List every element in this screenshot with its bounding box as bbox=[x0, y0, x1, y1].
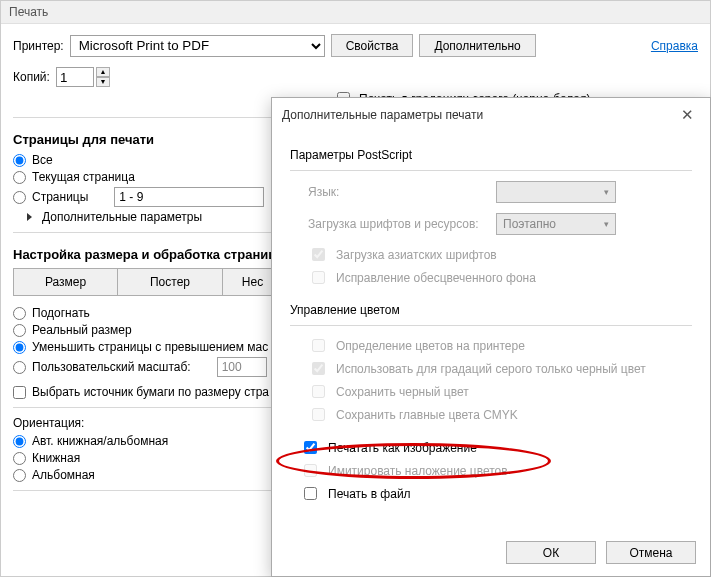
radio-orient-landscape[interactable] bbox=[13, 469, 26, 482]
fonts-value: Поэтапно bbox=[503, 217, 556, 231]
fix-bg-row: Исправление обесцвеченного фона bbox=[308, 268, 692, 287]
printer-label: Принтер: bbox=[13, 39, 64, 53]
radio-current[interactable] bbox=[13, 171, 26, 184]
printer-select[interactable]: Microsoft Print to PDF bbox=[70, 35, 325, 57]
preserve-cmyk-checkbox bbox=[312, 408, 325, 421]
gray-black-checkbox bbox=[312, 362, 325, 375]
copies-spinner[interactable]: ▲ ▼ bbox=[56, 67, 110, 87]
advanced-print-dialog: Дополнительные параметры печати ✕ Параме… bbox=[271, 97, 711, 577]
ps-group-title: Параметры PostScript bbox=[290, 148, 692, 162]
print-to-file-label: Печать в файл bbox=[328, 487, 411, 501]
orient-portrait-label: Книжная bbox=[32, 451, 80, 465]
custom-label: Пользовательский масштаб: bbox=[32, 360, 191, 374]
paper-source-label: Выбрать источник бумаги по размеру стра bbox=[32, 385, 269, 399]
spinner-down-icon[interactable]: ▼ bbox=[96, 77, 110, 87]
radio-all-label: Все bbox=[32, 153, 53, 167]
color-group-title: Управление цветом bbox=[290, 303, 692, 317]
divider bbox=[290, 325, 692, 326]
radio-all[interactable] bbox=[13, 154, 26, 167]
asian-fonts-row: Загрузка азиатских шрифтов bbox=[308, 245, 692, 264]
chevron-down-icon: ▾ bbox=[604, 187, 609, 197]
copies-row: Копий: ▲ ▼ bbox=[13, 67, 698, 87]
orient-landscape-label: Альбомная bbox=[32, 468, 95, 482]
radio-orient-auto[interactable] bbox=[13, 435, 26, 448]
orient-auto-label: Авт. книжная/альбомная bbox=[32, 434, 168, 448]
print-as-image-label: Печатать как изображение bbox=[328, 441, 477, 455]
tab-size[interactable]: Размер bbox=[13, 268, 118, 296]
fit-label: Подогнать bbox=[32, 306, 90, 320]
overlay-row: Имитировать наложение цветов bbox=[300, 461, 692, 480]
fix-bg-checkbox bbox=[312, 271, 325, 284]
more-params-label: Дополнительные параметры bbox=[42, 210, 202, 224]
print-as-image-row: Печатать как изображение bbox=[300, 438, 692, 457]
detect-colors-label: Определение цветов на принтере bbox=[336, 339, 525, 353]
preserve-black-checkbox bbox=[312, 385, 325, 398]
gray-black-label: Использовать для градаций серого только … bbox=[336, 362, 646, 376]
actual-label: Реальный размер bbox=[32, 323, 132, 337]
lang-label: Язык: bbox=[308, 185, 488, 199]
close-icon[interactable]: ✕ bbox=[675, 106, 700, 124]
preserve-cmyk-label: Сохранить главные цвета CMYK bbox=[336, 408, 518, 422]
fix-bg-label: Исправление обесцвеченного фона bbox=[336, 271, 536, 285]
radio-actual[interactable] bbox=[13, 324, 26, 337]
modal-footer: ОК Отмена bbox=[506, 541, 696, 564]
radio-custom[interactable] bbox=[13, 361, 26, 374]
modal-titlebar: Дополнительные параметры печати ✕ bbox=[272, 98, 710, 132]
printer-row: Принтер: Microsoft Print to PDF Свойства… bbox=[13, 34, 698, 57]
asian-fonts-label: Загрузка азиатских шрифтов bbox=[336, 248, 497, 262]
print-as-image-checkbox[interactable] bbox=[304, 441, 317, 454]
gray-black-row: Использовать для градаций серого только … bbox=[308, 359, 692, 378]
modal-body: Параметры PostScript Язык: ▾ Загрузка шр… bbox=[272, 132, 710, 513]
preserve-cmyk-row: Сохранить главные цвета CMYK bbox=[308, 405, 692, 424]
advanced-button[interactable]: Дополнительно bbox=[419, 34, 535, 57]
detect-colors-row: Определение цветов на принтере bbox=[308, 336, 692, 355]
custom-input[interactable] bbox=[217, 357, 267, 377]
copies-label: Копий: bbox=[13, 70, 50, 84]
overlay-label: Имитировать наложение цветов bbox=[328, 464, 508, 478]
lang-combo: ▾ bbox=[496, 181, 616, 203]
spinner-arrows: ▲ ▼ bbox=[96, 67, 110, 87]
fonts-row: Загрузка шрифтов и ресурсов: Поэтапно ▾ bbox=[308, 213, 692, 235]
fonts-combo: Поэтапно ▾ bbox=[496, 213, 616, 235]
print-to-file-row: Печать в файл bbox=[300, 484, 692, 503]
radio-pages[interactable] bbox=[13, 191, 26, 204]
tab-poster[interactable]: Постер bbox=[118, 268, 223, 296]
radio-shrink[interactable] bbox=[13, 341, 26, 354]
spinner-up-icon[interactable]: ▲ bbox=[96, 67, 110, 77]
radio-orient-portrait[interactable] bbox=[13, 452, 26, 465]
lang-row: Язык: ▾ bbox=[308, 181, 692, 203]
cancel-button[interactable]: Отмена bbox=[606, 541, 696, 564]
copies-input[interactable] bbox=[56, 67, 94, 87]
modal-title-text: Дополнительные параметры печати bbox=[282, 108, 483, 122]
radio-pages-label: Страницы bbox=[32, 190, 88, 204]
asian-fonts-checkbox bbox=[312, 248, 325, 261]
preserve-black-label: Сохранить черный цвет bbox=[336, 385, 469, 399]
window-title: Печать bbox=[1, 1, 710, 24]
print-dialog: Печать Принтер: Microsoft Print to PDF С… bbox=[0, 0, 711, 577]
chevron-down-icon: ▾ bbox=[604, 219, 609, 229]
help-link[interactable]: Справка bbox=[651, 39, 698, 53]
ok-button[interactable]: ОК bbox=[506, 541, 596, 564]
detect-colors-checkbox bbox=[312, 339, 325, 352]
overlay-checkbox bbox=[304, 464, 317, 477]
preserve-black-row: Сохранить черный цвет bbox=[308, 382, 692, 401]
pages-input[interactable] bbox=[114, 187, 264, 207]
fonts-label: Загрузка шрифтов и ресурсов: bbox=[308, 217, 488, 231]
paper-source-checkbox[interactable] bbox=[13, 386, 26, 399]
shrink-label: Уменьшить страницы с превышением мас bbox=[32, 340, 268, 354]
triangle-right-icon bbox=[27, 213, 32, 221]
print-to-file-checkbox[interactable] bbox=[304, 487, 317, 500]
radio-fit[interactable] bbox=[13, 307, 26, 320]
properties-button[interactable]: Свойства bbox=[331, 34, 414, 57]
divider bbox=[290, 170, 692, 171]
sizing-section-text: Настройка размера и обработка страниц bbox=[13, 247, 276, 262]
radio-current-label: Текущая страница bbox=[32, 170, 135, 184]
